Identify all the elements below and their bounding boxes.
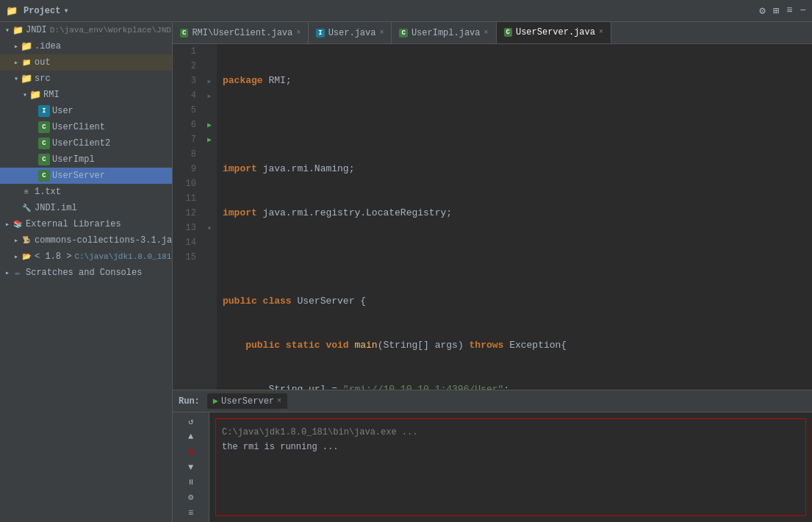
tab-rmiuserclient[interactable]: C RMI\UserClient.java × [173,22,309,43]
settings-icon[interactable]: ⚙ [759,4,765,17]
scratches-label: Scratches and Consoles [26,268,142,278]
sidebar: 📁 JNDI D:\java_env\Workplace\JNDI 📁 .ide… [0,22,173,522]
run-output-text: the rmi is running ... [222,440,800,454]
project-title: Project ▾ [24,5,69,16]
tab-close-userimpl[interactable]: × [484,29,489,37]
lib-icon: 📚 [12,218,24,230]
tab-label-rmiuserclient: RMI\UserClient.java [192,28,292,38]
idea-label: .idea [35,41,61,51]
iml-icon: 🔧 [21,202,32,214]
tab-userserver[interactable]: C UserServer.java × [497,22,611,43]
top-toolbar: 📁 Project ▾ ⚙ ⊞ ≡ − [0,0,812,22]
tab-close-rmiuserclient[interactable]: × [296,29,301,37]
code-line-7: public static void main(String[] args) t… [223,338,806,353]
sidebar-item-out[interactable]: 📁 out [0,54,172,71]
tab-icon-user: I [316,29,324,37]
extlibs-arrow [3,220,12,229]
gutter-icons: ▶ ▶ ▶ ▶ ▼ [202,44,217,390]
tab-icon-userserver: C [504,28,512,37]
idea-arrow [12,42,21,51]
tab-icon-userimpl: C [399,29,407,37]
class-icon-userclient2: C [38,137,50,149]
scroll-up-button[interactable]: ▲ [184,431,198,443]
run-label: Run: [179,396,200,407]
jdk-label: < 1.8 > [35,251,71,262]
project-icon: 📁 [6,5,18,17]
settings-run-button[interactable]: ⚙ [184,492,198,504]
tab-label-user: User.java [328,28,376,38]
toolbar-icons: ⚙ ⊞ ≡ − [759,4,806,17]
scroll-down-button[interactable]: ▼ [184,461,198,473]
run-tab-userserver[interactable]: ▶ UserServer × [207,393,287,409]
jdk-icon: 📂 [21,251,32,262]
more-button[interactable]: ≡ [184,507,198,519]
code-line-8: String url = "rmi://10.10.10.1:4396/User… [223,382,806,390]
sidebar-item-userclient2[interactable]: C UserClient2 [0,135,172,151]
tab-userimpl[interactable]: C UserImpl.java × [392,22,496,43]
jdk-path: C:\java\jdk1.8.0_181 [74,252,171,261]
folder-icon: 📁 [21,40,32,52]
userclient2-label: UserClient2 [52,138,110,149]
interface-icon: I [38,105,50,117]
code-line-4: import java.rmi.registry.LocateRegistry; [223,206,806,221]
sidebar-item-scratches[interactable]: ✏ Scratches and Consoles [0,265,172,281]
tab-bar: C RMI\UserClient.java × I User.java × C … [173,22,812,44]
pause-button[interactable]: ⏸ [184,476,198,489]
extlibs-label: External Libraries [26,219,121,229]
out-folder-icon: 📁 [21,57,32,68]
run-sidebar: ↺ ▲ ■ ▼ ⏸ ⚙ ≡ [173,412,209,522]
sidebar-item-userclient[interactable]: C UserClient [0,119,172,135]
sidebar-item-userimpl[interactable]: C UserImpl [0,151,172,168]
config-icon[interactable]: ≡ [786,4,792,17]
project-root-label: JNDI [26,25,47,35]
sidebar-item-src[interactable]: 📁 src [0,71,172,87]
tab-user[interactable]: I User.java × [309,22,392,43]
tab-label-userimpl: UserImpl.java [412,28,481,38]
stop-button[interactable]: ■ [184,446,198,458]
userimpl-label: UserImpl [52,154,95,165]
run-output: C:\java\jdk1.8.0_181\bin\java.exe ... th… [215,418,806,516]
rmi-label: RMI [43,90,60,100]
run-content: ↺ ▲ ■ ▼ ⏸ ⚙ ≡ C:\java\jdk1.8.0_181\bin\j… [173,412,812,522]
sidebar-item-iml[interactable]: 🔧 JNDI.iml [0,200,172,216]
sidebar-item-txt[interactable]: ≡ 1.txt [0,184,172,200]
class-icon-userimpl: C [38,154,50,165]
sidebar-item-idea[interactable]: 📁 .idea [0,38,172,54]
rmi-folder-icon: 📁 [29,89,41,101]
rmi-arrow [21,90,29,99]
run-tab-close[interactable]: × [277,397,281,405]
sidebar-item-user[interactable]: I User [0,103,172,119]
split-icon[interactable]: ⊞ [773,4,779,17]
sidebar-item-userserver[interactable]: C UserServer [0,168,172,184]
txt-label: 1.txt [35,187,61,197]
code-line-5 [223,250,806,265]
sidebar-item-project-root[interactable]: 📁 JNDI D:\java_env\Workplace\JNDI [0,22,172,38]
tab-close-user[interactable]: × [379,29,384,37]
src-folder-icon: 📁 [21,73,32,85]
userclient-label: UserClient [52,122,105,132]
project-icon: 📁 [12,24,24,36]
restart-button[interactable]: ↺ [184,415,198,428]
main-layout: 📁 JNDI D:\java_env\Workplace\JNDI 📁 .ide… [0,22,812,522]
code-line-6: public class UserServer { [223,294,806,309]
sidebar-item-commons[interactable]: 🗜 commons-collections-3.1.jar library ro… [0,232,172,249]
project-arrow [3,26,12,35]
run-output-path: C:\java\jdk1.8.0_181\bin\java.exe ... [222,425,800,440]
commons-arrow [12,236,21,245]
code-content[interactable]: package RMI; import java.rmi.Naming; imp… [217,44,812,390]
class-icon-userclient: C [38,121,50,133]
src-label: src [35,74,51,84]
code-line-3: import java.rmi.Naming; [223,162,806,176]
project-title-text: Project [24,6,60,16]
tab-label-userserver: UserServer.java [516,27,595,37]
minimize-icon[interactable]: − [800,4,806,17]
tab-close-userserver[interactable]: × [599,28,603,36]
run-tab-icon: ▶ [213,396,218,407]
project-dropdown-icon[interactable]: ▾ [63,5,68,16]
code-editor[interactable]: 1 2 3 4 5 6 7 8 9 10 11 12 13 14 15 ▶ ▶ [173,44,812,390]
sidebar-item-rmi[interactable]: 📁 RMI [0,87,172,103]
sidebar-item-extlibs[interactable]: 📚 External Libraries [0,216,172,232]
userserver-label: UserServer [52,171,105,181]
iml-label: JNDI.iml [35,203,77,213]
sidebar-item-jdk[interactable]: 📂 < 1.8 > C:\java\jdk1.8.0_181 [0,249,172,265]
